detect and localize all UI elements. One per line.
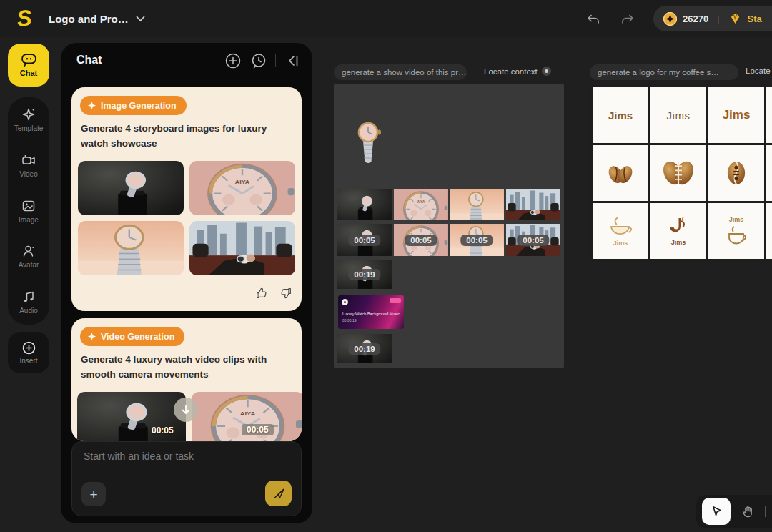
chat-panel-title: Chat <box>76 54 102 66</box>
coffee-bean-icon <box>605 157 636 189</box>
video-clip-3[interactable]: 00:05 <box>450 224 504 256</box>
coffee-bean-icon <box>660 155 696 191</box>
arrow-down-icon <box>180 404 192 415</box>
generated-image-3[interactable] <box>78 221 184 275</box>
logo-options-grid: Jims Jims Jims Jims Jims Jims Jims Jims <box>590 84 772 262</box>
clip-duration: 00:19 <box>348 269 380 280</box>
product-watch-image[interactable] <box>353 120 383 167</box>
top-bar: S Logo and Pro… 26270 <box>0 0 772 37</box>
clip-duration: 00:05 <box>405 235 437 246</box>
brand-wordmark: Jims <box>729 216 744 223</box>
video-clip-2[interactable]: 00:05 <box>394 224 448 256</box>
storyboard-frame-4[interactable] <box>506 189 560 220</box>
send-plane-icon <box>272 487 285 500</box>
generated-image-1[interactable] <box>78 161 184 215</box>
sidebar-item-video[interactable]: Video <box>8 153 49 178</box>
select-tool-button[interactable] <box>702 498 731 525</box>
app-logo[interactable]: S <box>10 4 39 34</box>
locate-context-button[interactable]: Locate context <box>484 66 551 76</box>
logo-option-wordmark-3[interactable]: Jims <box>708 87 764 143</box>
canvas-toolbar <box>696 495 772 528</box>
generated-image-grid <box>78 161 295 275</box>
storyboard-frame-2[interactable] <box>394 189 448 220</box>
send-button[interactable] <box>265 481 292 506</box>
insert-plus-icon <box>22 341 36 355</box>
badge-label: Video Generation <box>101 332 174 342</box>
video-clip-4[interactable]: 00:05 <box>506 224 560 256</box>
scroll-to-bottom-button[interactable] <box>174 398 198 422</box>
chat-header: Chat <box>61 43 312 77</box>
project-title-dropdown[interactable]: Logo and Pro… <box>49 0 145 37</box>
brand-wordmark: Jims <box>613 240 628 247</box>
logo-option-wordmark-1[interactable]: Jims <box>593 87 648 143</box>
hand-icon <box>741 505 755 518</box>
thumbs-down-icon <box>279 287 292 300</box>
generation-prompt-text: Generate 4 storyboard images for luxury … <box>81 122 294 152</box>
locate-icon <box>542 66 551 76</box>
background-music-card[interactable]: Luxury Watch Background Music 00:00:19 <box>338 295 404 329</box>
logo-option-wordmark-2[interactable]: Jims <box>650 87 706 143</box>
brand-wordmark: Jims <box>723 108 751 122</box>
music-title: Luxury Watch Background Music <box>342 312 400 316</box>
sidebar-item-label: Image <box>19 216 39 224</box>
badge-label: Image Generation <box>101 101 177 111</box>
chat-text-input[interactable] <box>84 450 288 462</box>
sparkle-icon <box>87 101 96 110</box>
logo-option-cup-1[interactable]: Jims <box>593 203 648 259</box>
new-chat-button[interactable] <box>224 51 242 70</box>
locate-context-label: Locate context <box>484 67 538 76</box>
sidebar-item-avatar[interactable]: Avatar <box>8 244 49 269</box>
logo-option-bean-2[interactable] <box>650 145 706 201</box>
logo-option-wordmark-4[interactable]: Jims <box>766 87 772 143</box>
logo-option-cup-3[interactable]: Jims <box>708 203 764 259</box>
sidebar-item-image[interactable]: Image <box>8 199 49 224</box>
redo-button[interactable] <box>619 11 636 28</box>
storyboard-frame-3[interactable] <box>450 189 504 220</box>
attach-button[interactable]: + <box>81 482 106 506</box>
logo-option-bean-3[interactable] <box>708 145 764 201</box>
template-sparkle-icon <box>21 107 36 122</box>
generated-image-4[interactable] <box>189 221 295 275</box>
audio-note-icon <box>21 290 36 304</box>
sidebar-item-insert[interactable]: Insert <box>8 332 49 373</box>
long-video-clip-2[interactable]: 00:19 <box>337 334 392 363</box>
brand-wordmark: Jims <box>608 109 633 122</box>
logo-option-cup-2[interactable]: Jims <box>650 203 706 259</box>
hand-tool-button[interactable] <box>738 501 758 521</box>
sidebar-item-audio[interactable]: Audio <box>8 290 49 315</box>
canvas-prompt-logo[interactable]: generate a logo for my coffee s… <box>590 64 738 80</box>
logo-option-cup-4[interactable]: Jims <box>766 203 772 259</box>
coffee-cup-icon <box>721 225 752 246</box>
video-group-board[interactable]: 00:05 00:05 00:05 00:05 00:19 Luxury Wat… <box>334 84 564 368</box>
sidebar-item-label: Audio <box>19 307 38 315</box>
clip-duration: 00:19 <box>348 343 380 355</box>
sidebar-item-template[interactable]: Template <box>8 107 49 132</box>
clip-duration: 00:05 <box>460 235 493 246</box>
video-duration: 00:05 <box>242 424 274 435</box>
sidebar-item-chat[interactable]: Chat <box>8 44 49 87</box>
feedback-buttons <box>254 286 293 300</box>
video-clip-1[interactable]: 00:05 <box>337 224 392 256</box>
collapse-panel-button[interactable] <box>284 51 302 70</box>
generated-image-2[interactable] <box>189 161 295 215</box>
brand-wordmark: Jims <box>666 109 690 122</box>
thumbs-down-button[interactable] <box>279 286 293 300</box>
generation-prompt-text: Generate 4 luxury watch video clips with… <box>81 353 294 383</box>
locate-context-button[interactable]: Locate <box>746 66 771 75</box>
undo-button[interactable] <box>585 11 602 28</box>
chat-history-button[interactable] <box>249 51 268 70</box>
storyboard-frame-1[interactable] <box>337 189 392 220</box>
logo-option-bean-4[interactable] <box>766 145 772 201</box>
logo-option-bean-1[interactable] <box>593 145 648 201</box>
credits-pill[interactable]: 26270 | Sta <box>653 6 772 31</box>
brand-wordmark: Jims <box>671 239 686 246</box>
canvas-prompt-video[interactable]: generate a show video of this pr… <box>334 64 467 80</box>
clip-duration: 00:05 <box>348 235 380 246</box>
clip-duration: 00:05 <box>517 235 549 246</box>
thumbs-up-button[interactable] <box>254 286 269 300</box>
music-duration: 00:00:19 <box>342 318 356 322</box>
redo-icon <box>620 12 635 26</box>
pill-divider: | <box>717 14 719 24</box>
long-video-clip-1[interactable]: 00:19 <box>337 260 392 289</box>
header-divider <box>275 54 276 66</box>
